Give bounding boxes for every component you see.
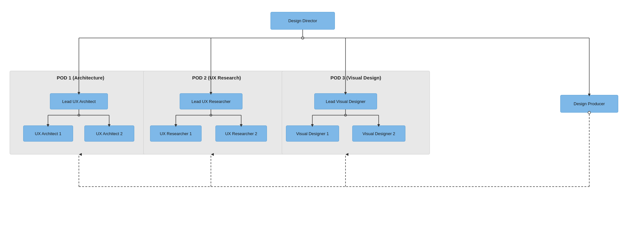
visual-designer-2-node[interactable]: Visual Designer 2 <box>352 125 405 142</box>
lead-ux-architect-node[interactable]: Lead UX Architect <box>50 93 108 109</box>
pod1-title: POD 1 (Architecture) <box>10 75 151 80</box>
pod3-title: POD 3 (Visual Design) <box>282 75 430 80</box>
pod2-title: POD 2 (UX Research) <box>144 75 289 80</box>
pod2: POD 2 (UX Research) <box>143 71 290 154</box>
pod1: POD 1 (Architecture) <box>10 71 151 154</box>
ux-researcher-2-node[interactable]: UX Researcher 2 <box>215 125 267 142</box>
ux-architect-2-node[interactable]: UX Architect 2 <box>84 125 134 142</box>
visual-designer-1-node[interactable]: Visual Designer 1 <box>286 125 339 142</box>
ux-researcher-1-node[interactable]: UX Researcher 1 <box>150 125 202 142</box>
design-producer-node[interactable]: Design Producer <box>560 95 618 113</box>
lead-visual-designer-node[interactable]: Lead Visual Designer <box>314 93 377 109</box>
design-director-node[interactable]: Design Director <box>270 12 335 30</box>
lead-ux-researcher-node[interactable]: Lead UX Researcher <box>180 93 242 109</box>
svg-point-1 <box>301 37 304 39</box>
ux-architect-1-node[interactable]: UX Architect 1 <box>23 125 73 142</box>
canvas: POD 1 (Architecture) POD 2 (UX Research)… <box>0 0 644 231</box>
pod3: POD 3 (Visual Design) <box>282 71 430 154</box>
